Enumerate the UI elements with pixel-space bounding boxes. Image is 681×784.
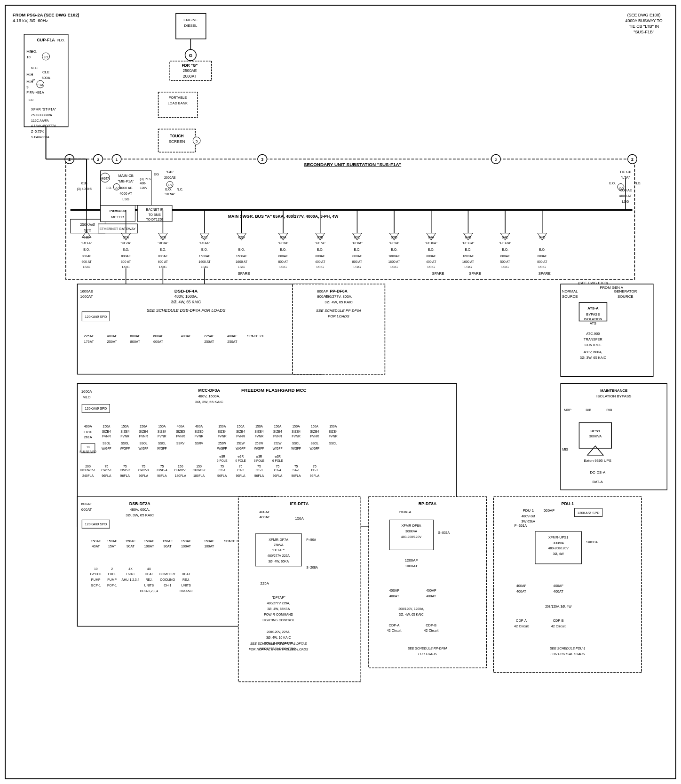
- sus-f1a-label: SECONDARY UNIT SUBSTATION "SUS-F1A": [304, 162, 402, 167]
- load-chwp2-150: 150: [196, 465, 202, 468]
- ups1-label: UPS1: [591, 429, 601, 433]
- circle-5: 5: [196, 139, 198, 143]
- dsb-df2a-title: DSB-DF2A: [129, 501, 150, 506]
- size4-r4: SIZE4: [273, 430, 282, 433]
- fvnr-r2: FVNR: [236, 435, 245, 438]
- s4-r7: 150A: [329, 425, 337, 428]
- 800af-df2a: 800AF: [121, 254, 131, 258]
- xfmr-df7a: XFMR-DF7A: [269, 538, 288, 542]
- pdu1-spd: 120KA/Ø SPD: [578, 511, 600, 515]
- df7ap-type: POW-R-COMMAND: [264, 613, 293, 616]
- ct2-3r: ⊗3R: [238, 455, 244, 458]
- s4-r6: 150A: [311, 425, 318, 428]
- pxm6000: PXM6000: [110, 209, 126, 213]
- to-bms-label: TO BMS: [149, 213, 161, 216]
- dsb-225af: 225AF: [84, 334, 94, 338]
- dsb-225af-2: 225AF: [204, 334, 214, 338]
- lsg-lta: LSG: [622, 199, 629, 204]
- atc-900: ATC-900: [586, 332, 600, 336]
- ssol-r3: 252W: [255, 442, 263, 445]
- bacnet-label: BACNET IP: [146, 208, 164, 211]
- busway-label: 4000A BUSWAY TO: [626, 18, 663, 23]
- pp-df6a-title: PP-DF6A: [330, 289, 348, 293]
- dsb-600at: 600AT: [153, 340, 164, 344]
- dsb-df4a-spec1: 480V, 1600A,: [174, 294, 198, 299]
- s4-r3: 150A: [255, 425, 263, 428]
- s4-r2: 150A: [237, 425, 245, 428]
- 02b-label: 02B: [160, 235, 166, 239]
- load-sa1-75: 75: [294, 465, 298, 468]
- freedom-title: FREEDOM FLASHGARD MCC: [241, 388, 307, 393]
- load-fuel: FUEL: [108, 572, 116, 576]
- ifs-400at: 400AT: [259, 515, 270, 519]
- dsb-175at: 175AT: [84, 340, 94, 344]
- load-heat-rej2: HEAT: [182, 572, 191, 576]
- mb-f1a-label: "MB-F1A": [118, 179, 134, 183]
- load-cwp4: CWP-4: [157, 468, 167, 472]
- xfmr-st-f1a: XFMR "ST-F1A": [31, 107, 56, 111]
- spare-04d: SPARE: [538, 271, 551, 276]
- df3a-label: "DF3A": [158, 241, 168, 245]
- rp-schedule2: FOR LOADS: [418, 652, 437, 656]
- eo-df6a: E.O.: [280, 248, 286, 251]
- wgfp-4: W/GFP: [157, 447, 167, 450]
- load-chwp1: CHWP-1: [174, 468, 187, 472]
- cup-f1a-label: CUP-F1A: [37, 38, 55, 42]
- dc-ds-a: DC-DS-A: [590, 470, 606, 475]
- 4000at-lta: 4000 AT: [619, 194, 632, 198]
- dsb-400af-2: 400AF: [181, 334, 191, 338]
- load-cwp3-75: 75: [142, 465, 145, 468]
- lsig-df6a: LSIG: [279, 265, 287, 269]
- eo-df11a: E.O.: [465, 248, 472, 251]
- dsb-spd: 120KA/Ø SPD: [85, 315, 107, 319]
- ifs-400af: 400AF: [259, 510, 270, 514]
- 03d-label: 03D: [391, 235, 397, 239]
- lsig-df1a: LSIG: [83, 265, 90, 269]
- bib-label: BIB: [586, 408, 591, 412]
- eo-04d: E.O.: [539, 248, 546, 251]
- gb-label: "GB": [166, 170, 174, 174]
- eo-df2a: E.O.: [123, 248, 129, 251]
- nine-label: 9: [26, 85, 28, 89]
- s4-4: 150A: [158, 425, 166, 428]
- s208a: S=208A: [306, 566, 318, 569]
- load-ct2-fla: 96FLA: [236, 474, 245, 477]
- spd-label2: SPD: [84, 228, 91, 232]
- dsb2-100at-2: 100AT: [181, 544, 191, 548]
- p90a: P=90A: [306, 538, 316, 541]
- mcc-spec2: 3Ø, 3W, 65 KAIC: [195, 400, 223, 404]
- load-cwp2-75: 75: [123, 465, 127, 468]
- eg-label: EG: [154, 172, 159, 176]
- df5a-label: "DF5A": [165, 192, 175, 196]
- s4-r5: 150A: [293, 425, 300, 428]
- size4-r5: SIZE4: [292, 430, 301, 433]
- cdp-a-42: 42 Circuit: [387, 628, 402, 633]
- wgfp-r1: W/GFP: [217, 447, 227, 450]
- pdu-cdp-a: CDP-A: [516, 618, 527, 623]
- lsig-df12a: LSIG: [501, 265, 509, 269]
- xfmr-ups1-v: 480-208/120V: [548, 546, 569, 550]
- xfmr-df8a: XFMR-DF8A: [401, 523, 421, 528]
- size4-r2: SIZE4: [236, 430, 245, 433]
- mcc-spd: 120KA/Ø SPD: [85, 406, 107, 411]
- spare-04a: SPARE: [432, 271, 444, 276]
- ssol-1: SSOL: [103, 442, 111, 445]
- lsig-df10a: LSIG: [428, 265, 435, 269]
- ssrv-1: SSRV: [176, 442, 185, 445]
- size4-r7: SIZE4: [329, 430, 338, 433]
- mgta-label: MGTA: [101, 177, 110, 180]
- 1600af-df4a: 1600AF: [199, 254, 210, 258]
- touch-screen-label: TOUCH: [170, 134, 184, 138]
- load-chwp2-fla: 180FLA: [193, 474, 205, 477]
- ssol-r7: SSOL: [329, 442, 337, 445]
- dsb-space: SPACE 2X: [247, 334, 264, 338]
- lsig-df11a: LSIG: [465, 265, 472, 269]
- ifs-225a: 225A: [261, 581, 269, 586]
- ifs-150a: 150A: [295, 516, 304, 521]
- ats-a-type: BYPASS: [586, 312, 600, 317]
- df7a-label: "DF7A": [315, 241, 325, 245]
- 800af-df1a: 800AF: [82, 254, 91, 258]
- pdu1-spec2: 3W,65kA: [522, 519, 536, 523]
- s4-3: 150A: [140, 425, 147, 428]
- rp-400af-2: 400AF: [426, 588, 436, 593]
